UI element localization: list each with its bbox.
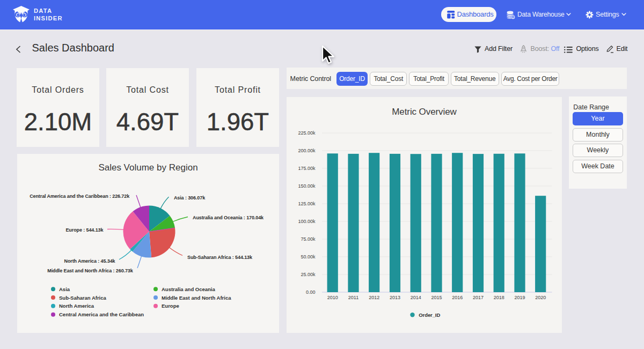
svg-text:50.00k: 50.00k <box>301 254 316 259</box>
svg-text:25.00k: 25.00k <box>301 272 316 277</box>
svg-text:Asia : 306.07k: Asia : 306.07k <box>174 195 206 201</box>
svg-text:2020: 2020 <box>535 295 546 300</box>
svg-text:75.00k: 75.00k <box>301 236 316 242</box>
svg-text:2016: 2016 <box>452 295 463 300</box>
svg-text:North America: North America <box>59 303 94 309</box>
svg-text:2015: 2015 <box>431 295 442 300</box>
svg-text:Central America and the Caribb: Central America and the Caribbean <box>59 311 144 317</box>
svg-text:Australia and Oceania : 170.04: Australia and Oceania : 170.04k <box>193 215 264 220</box>
svg-text:2011: 2011 <box>348 295 358 300</box>
svg-text:2012: 2012 <box>369 295 379 300</box>
svg-text:2018: 2018 <box>494 295 504 300</box>
svg-text:Central America and the Caribb: Central America and the Caribbean : 226.… <box>30 194 130 199</box>
svg-text:Europe : 544.13k: Europe : 544.13k <box>65 227 104 233</box>
svg-text:225.00k: 225.00k <box>298 130 316 136</box>
svg-text:0.00: 0.00 <box>306 289 316 295</box>
svg-text:2014: 2014 <box>411 295 421 300</box>
svg-text:2010: 2010 <box>327 295 338 300</box>
svg-text:200.00k: 200.00k <box>298 148 316 153</box>
svg-text:Middle East and North Africa: Middle East and North Africa <box>162 295 231 301</box>
svg-text:Australia and Oceania: Australia and Oceania <box>162 286 216 292</box>
svg-text:125.00k: 125.00k <box>298 201 316 206</box>
svg-text:Asia: Asia <box>59 286 70 292</box>
svg-text:2017: 2017 <box>473 295 484 300</box>
svg-text:2019: 2019 <box>514 295 525 300</box>
svg-text:Sub-Saharan Africa: Sub-Saharan Africa <box>59 295 107 301</box>
svg-text:North America : 45.34k: North America : 45.34k <box>64 258 115 264</box>
svg-text:Middle East and North Africa :: Middle East and North Africa : 260.73k <box>47 268 134 273</box>
svg-text:Europe: Europe <box>162 303 179 309</box>
svg-text:Order_ID: Order_ID <box>419 312 440 318</box>
svg-text:2013: 2013 <box>390 295 400 300</box>
svg-text:175.00k: 175.00k <box>298 166 316 171</box>
svg-text:Sub-Saharan Africa : 544.13k: Sub-Saharan Africa : 544.13k <box>187 255 253 260</box>
svg-text:Metric Overview: Metric Overview <box>392 107 457 117</box>
svg-text:100.00k: 100.00k <box>298 219 316 224</box>
svg-text:Sales Volume by Region: Sales Volume by Region <box>98 162 197 173</box>
svg-text:150.00k: 150.00k <box>298 183 316 189</box>
